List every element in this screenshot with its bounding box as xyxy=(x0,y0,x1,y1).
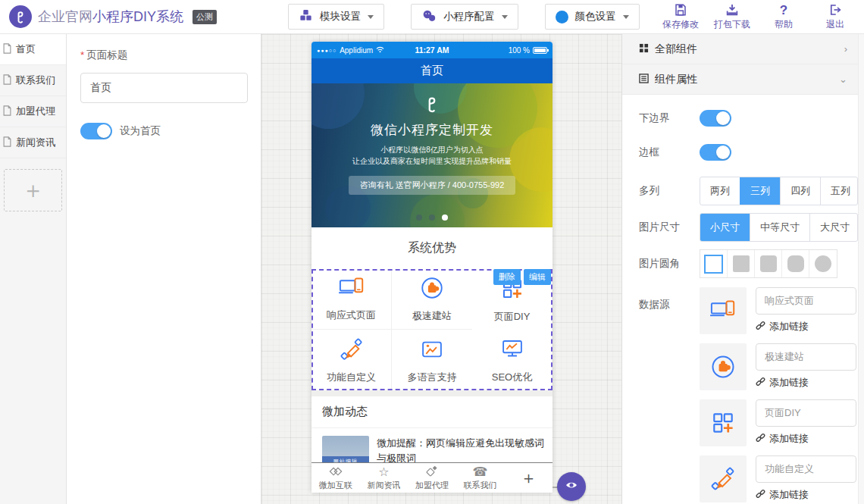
seo-icon xyxy=(499,337,525,365)
help-icon: ? xyxy=(780,3,787,17)
custom-func-icon xyxy=(339,337,365,365)
set-home-toggle[interactable] xyxy=(80,123,112,139)
columns-option-4[interactable]: 四列 xyxy=(780,177,820,205)
weijia-logo-icon xyxy=(422,103,442,116)
banner-component[interactable]: 微信小程序定制开发 小程序以微信8亿用户为切入点 让企业以及商家在短时间里实现提… xyxy=(311,83,553,227)
news-thumbnail: 网站编辑 xyxy=(322,436,369,466)
eye-icon xyxy=(565,479,578,494)
phone-tab-bar: 微加互联 ☆ 新闻资讯 加盟代理 ☎ 联系我们 ＋ xyxy=(311,462,553,493)
speed-build-icon xyxy=(700,343,747,390)
feature-speed-build[interactable]: 极速建站 xyxy=(392,269,472,330)
wechat-icon xyxy=(421,9,437,25)
page-diy-icon xyxy=(700,399,747,446)
image-radius-options xyxy=(700,249,837,278)
download-icon xyxy=(725,3,739,17)
battery-icon xyxy=(533,47,547,54)
battery-label: 100 % xyxy=(509,46,530,55)
link-icon xyxy=(756,321,765,333)
datasource-title-input[interactable] xyxy=(756,287,856,315)
exit-button[interactable]: 退出 xyxy=(817,3,853,31)
weijia-logo-icon xyxy=(9,5,32,28)
feature-responsive[interactable]: 响应式页面 xyxy=(311,269,392,330)
sidebar-item-home[interactable]: 首页 xyxy=(0,34,66,65)
help-button[interactable]: ? 帮助 xyxy=(765,3,802,31)
module-settings-dropdown[interactable]: 模块设置 xyxy=(288,4,384,30)
bottom-border-toggle[interactable] xyxy=(700,110,731,127)
wifi-icon xyxy=(376,46,384,55)
add-link-button[interactable]: 添加链接 xyxy=(756,320,856,333)
tab-agent[interactable]: 加盟代理 xyxy=(408,465,456,491)
datasource-row-speed-build: 添加链接 xyxy=(700,343,856,390)
phone-icon: ☎ xyxy=(473,465,488,479)
edit-component-button[interactable]: 编辑 xyxy=(524,269,551,285)
columns-option-2[interactable]: 两列 xyxy=(700,177,740,205)
feature-custom-func[interactable]: 功能自定义 xyxy=(311,330,392,390)
prop-label-border: 边框 xyxy=(639,146,700,159)
link-icon xyxy=(756,433,765,445)
feature-grid-component-selected[interactable]: 删除 编辑 响应式页面 极速建站 页面DIY 功能自定义 多语言支持 xyxy=(311,269,553,390)
save-button[interactable]: 保存修改 xyxy=(662,3,699,31)
radius-option-rounded-large[interactable] xyxy=(782,250,809,277)
pages-sidebar: 首页 联系我们 加盟代理 新闻资讯 ＋ xyxy=(0,34,67,504)
add-page-button[interactable]: ＋ xyxy=(4,169,62,211)
color-dot-icon xyxy=(556,11,568,23)
add-link-button[interactable]: 添加链接 xyxy=(756,488,856,502)
size-option-large[interactable]: 大尺寸 xyxy=(809,214,858,241)
star-icon: ☆ xyxy=(378,465,389,479)
prop-label-columns: 多列 xyxy=(639,184,700,198)
page-title-input[interactable] xyxy=(80,73,248,103)
radius-option-circle[interactable] xyxy=(809,250,837,277)
inspector-scrollbar[interactable] xyxy=(858,34,864,504)
datasource-title-input[interactable] xyxy=(756,343,856,371)
add-link-button[interactable]: 添加链接 xyxy=(756,432,856,446)
phone-preview: ●●●○○ Applidium 11:27 AM 100 % 首页 xyxy=(311,42,553,493)
feature-seo[interactable]: SEO优化 xyxy=(472,330,553,390)
size-option-medium[interactable]: 中等尺寸 xyxy=(750,214,809,241)
size-option-small-selected[interactable]: 小尺寸 xyxy=(700,214,750,241)
delete-component-button[interactable]: 删除 xyxy=(493,269,521,285)
chevron-down-icon xyxy=(368,15,374,22)
sidebar-item-news[interactable]: 新闻资讯 xyxy=(0,127,66,158)
radius-option-rounded-small[interactable] xyxy=(755,250,782,277)
prop-label-bottom-border: 下边界 xyxy=(639,111,700,125)
tab-add[interactable]: ＋ xyxy=(504,471,553,485)
page-doc-icon xyxy=(2,136,12,149)
add-link-button[interactable]: 添加链接 xyxy=(756,376,856,390)
header-menus: 模块设置 小程序配置 颜色设置 xyxy=(288,4,640,30)
chevron-down-icon: ⌄ xyxy=(839,74,847,85)
required-mark: * xyxy=(80,49,84,61)
feature-multi-lang[interactable]: 多语言支持 xyxy=(392,330,472,390)
header-actions: 保存修改 打包下载 ? 帮助 退出 xyxy=(662,3,864,31)
weijia-logo-icon xyxy=(328,465,343,479)
preview-button[interactable] xyxy=(557,472,586,501)
radius-option-none-selected[interactable] xyxy=(700,250,728,277)
radius-option-square[interactable] xyxy=(728,250,755,277)
datasource-title-input[interactable] xyxy=(756,455,856,483)
sidebar-item-agent[interactable]: 加盟代理 xyxy=(0,96,66,127)
datasource-title-input[interactable] xyxy=(756,399,856,427)
tab-news[interactable]: ☆ 新闻资讯 xyxy=(360,465,409,491)
advantage-section-title: 系统优势 xyxy=(311,227,553,269)
color-settings-dropdown[interactable]: 颜色设置 xyxy=(545,4,640,30)
set-home-label: 设为首页 xyxy=(120,124,161,138)
prop-label-image-size: 图片尺寸 xyxy=(639,221,700,234)
news-section-title: 微加动态 xyxy=(311,396,553,428)
all-components-header[interactable]: 全部组件 › xyxy=(622,34,858,64)
page-doc-icon xyxy=(2,105,12,118)
sidebar-item-contact[interactable]: 联系我们 xyxy=(0,65,66,96)
component-props-header[interactable]: 组件属性 ⌄ xyxy=(622,64,858,95)
columns-option-3-selected[interactable]: 三列 xyxy=(740,177,780,205)
download-button[interactable]: 打包下载 xyxy=(714,3,750,31)
miniprogram-config-dropdown[interactable]: 小程序配置 xyxy=(411,4,518,30)
prop-label-image-radius: 图片圆角 xyxy=(639,257,700,271)
tab-weijia[interactable]: 微加互联 xyxy=(311,465,360,491)
responsive-icon xyxy=(700,287,747,334)
save-icon xyxy=(674,3,687,17)
border-toggle[interactable] xyxy=(700,144,731,161)
columns-option-5[interactable]: 五列 xyxy=(820,177,858,205)
chevron-down-icon xyxy=(623,15,629,22)
app-header: 企业官网小程序DIY系统 公测 模块设置 小程序配置 颜色设置 xyxy=(0,0,864,34)
datasource-row-responsive: 添加链接 xyxy=(700,287,856,334)
custom-func-icon xyxy=(700,455,747,502)
tab-contact[interactable]: ☎ 联系我们 xyxy=(456,465,505,491)
